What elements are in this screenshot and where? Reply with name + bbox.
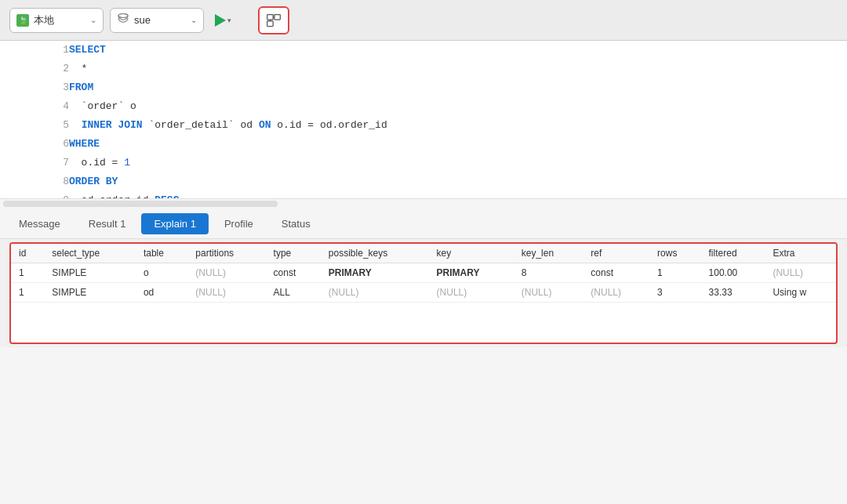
cell-key: PRIMARY — [429, 263, 514, 282]
line-content: WHERE — [69, 135, 847, 154]
table-row: 1 SIMPLE od (NULL) ALL (NULL) (NULL) (NU… — [11, 282, 836, 302]
code-line-5: 5 INNER JOIN `order_detail` od ON o.id =… — [0, 116, 847, 135]
play-icon — [215, 14, 226, 27]
line-number: 7 — [0, 154, 69, 172]
code-line-8: 8 ORDER BY — [0, 172, 847, 191]
line-content: * — [69, 60, 847, 78]
connection-chevron-icon: ⌄ — [90, 16, 96, 24]
col-partitions: partitions — [187, 244, 265, 263]
cell-partitions: (NULL) — [187, 282, 265, 302]
line-number: 8 — [0, 172, 69, 191]
tab-explain1[interactable]: Explain 1 — [141, 213, 208, 234]
cell-select-type: SIMPLE — [44, 282, 136, 302]
line-content: INNER JOIN `order_detail` od ON o.id = o… — [69, 116, 847, 135]
cell-table: o — [136, 263, 187, 282]
col-table: table — [136, 244, 187, 263]
cell-rows: 1 — [649, 263, 700, 282]
scrollbar-track[interactable] — [3, 201, 278, 207]
stop-button[interactable] — [242, 17, 252, 24]
code-line-6: 6 WHERE — [0, 135, 847, 154]
table-row: 1 SIMPLE o (NULL) const PRIMARY PRIMARY … — [11, 263, 836, 282]
cell-type: ALL — [266, 282, 321, 302]
col-type: type — [266, 244, 321, 263]
line-content: `order` o — [69, 97, 847, 116]
run-dropdown-arrow-icon: ▾ — [227, 16, 231, 24]
col-filtered: filtered — [701, 244, 765, 263]
result-table: id select_type table partitions type pos… — [11, 244, 836, 303]
cell-filtered: 100.00 — [701, 263, 765, 282]
line-content: FROM — [69, 78, 847, 97]
database-select[interactable]: sue ⌄ — [110, 8, 204, 33]
col-extra: Extra — [765, 244, 836, 263]
connection-select[interactable]: 🍃 本地 ⌄ — [9, 8, 104, 33]
cell-id: 1 — [11, 282, 44, 302]
line-number: 5 — [0, 116, 69, 135]
database-label: sue — [134, 14, 186, 26]
code-table: 1 SELECT 2 * 3 FROM 4 `order` o 5 — [0, 41, 847, 198]
code-line-9: 9 od.order_id DESC — [0, 191, 847, 198]
code-line-2: 2 * — [0, 60, 847, 78]
code-line-4: 4 `order` o — [0, 97, 847, 116]
cell-extra: Using w — [765, 282, 836, 302]
cell-key-len: (NULL) — [514, 282, 583, 302]
col-select-type: select_type — [44, 244, 136, 263]
col-rows: rows — [649, 244, 700, 263]
line-number: 6 — [0, 135, 69, 154]
line-content: SELECT — [69, 41, 847, 60]
cell-possible-keys: (NULL) — [321, 282, 429, 302]
connection-label: 本地 — [34, 13, 85, 27]
code-line-7: 7 o.id = 1 — [0, 154, 847, 172]
cell-ref: const — [583, 263, 649, 282]
result-table-header: id select_type table partitions type pos… — [11, 244, 836, 263]
cell-ref: (NULL) — [583, 282, 649, 302]
col-key-len: key_len — [514, 244, 583, 263]
cell-extra: (NULL) — [765, 263, 836, 282]
line-number: 4 — [0, 97, 69, 116]
connection-icon: 🍃 — [16, 14, 29, 27]
bottom-spacer — [0, 347, 847, 505]
explain-visual-button[interactable] — [258, 6, 289, 34]
line-content: o.id = 1 — [69, 154, 847, 172]
explain-visual-icon — [266, 12, 282, 29]
line-number: 2 — [0, 60, 69, 78]
results-tabs: Message Result 1 Explain 1 Profile Statu… — [0, 209, 847, 239]
svg-point-2 — [118, 13, 128, 17]
cell-filtered: 33.33 — [701, 282, 765, 302]
line-content: ORDER BY — [69, 172, 847, 191]
cell-partitions: (NULL) — [187, 263, 265, 282]
col-possible-keys: possible_keys — [321, 244, 429, 263]
code-line-1: 1 SELECT — [0, 41, 847, 60]
line-number: 9 — [0, 191, 69, 198]
col-ref: ref — [583, 244, 649, 263]
svg-rect-3 — [267, 14, 274, 20]
cell-table: od — [136, 282, 187, 302]
col-id: id — [11, 244, 44, 263]
cell-key-len: 8 — [514, 263, 583, 282]
cell-id: 1 — [11, 263, 44, 282]
cell-possible-keys: PRIMARY — [321, 263, 429, 282]
tab-profile[interactable]: Profile — [212, 213, 266, 234]
cell-type: const — [266, 263, 321, 282]
tab-status[interactable]: Status — [269, 213, 323, 234]
code-editor[interactable]: 1 SELECT 2 * 3 FROM 4 `order` o 5 — [0, 41, 847, 198]
database-chevron-icon: ⌄ — [191, 16, 197, 24]
run-button[interactable]: ▾ — [210, 11, 236, 30]
code-line-3: 3 FROM — [0, 78, 847, 97]
svg-rect-4 — [274, 14, 281, 20]
line-number: 1 — [0, 41, 69, 60]
line-content: od.order_id DESC — [69, 191, 847, 198]
line-number: 3 — [0, 78, 69, 97]
results-panel: id select_type table partitions type pos… — [9, 242, 838, 344]
cell-select-type: SIMPLE — [44, 263, 136, 282]
tab-message[interactable]: Message — [6, 213, 73, 234]
col-key: key — [429, 244, 514, 263]
database-icon — [117, 13, 129, 28]
cell-key: (NULL) — [429, 282, 514, 302]
svg-rect-5 — [267, 20, 274, 26]
toolbar: 🍃 本地 ⌄ sue ⌄ ▾ — [0, 0, 847, 41]
horizontal-scrollbar[interactable] — [0, 198, 847, 209]
tab-result1[interactable]: Result 1 — [76, 213, 139, 234]
cell-rows: 3 — [649, 282, 700, 302]
